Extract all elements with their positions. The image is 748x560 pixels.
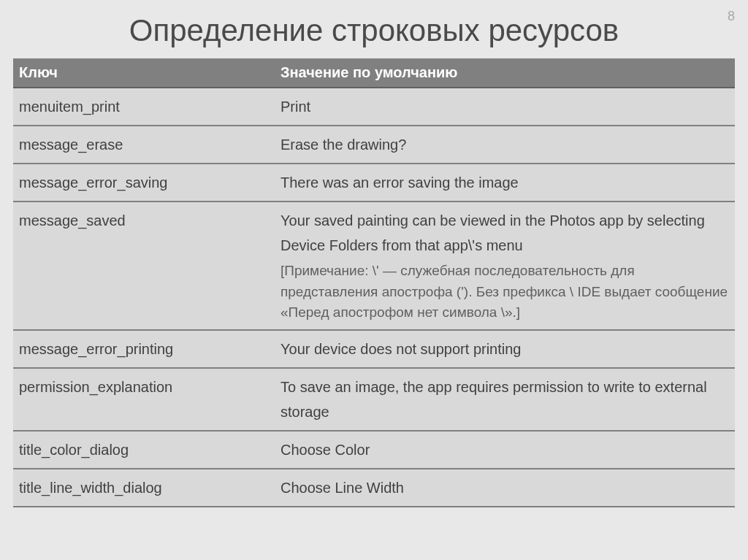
table-row: permission_explanation To save an image,…	[13, 368, 735, 431]
string-resources-table: Ключ Значение по умолчанию menuitem_prin…	[13, 58, 735, 507]
cell-key: message_error_saving	[13, 164, 275, 202]
page-title: Определение строковых ресурсов	[0, 0, 748, 58]
table-row: menuitem_print Print	[13, 88, 735, 126]
cell-value-text: Your saved painting can be viewed in the…	[280, 212, 705, 253]
cell-key: title_line_width_dialog	[13, 469, 275, 507]
cell-key: permission_explanation	[13, 368, 275, 431]
cell-value: Erase the drawing?	[275, 126, 735, 164]
cell-value: Choose Line Width	[275, 469, 735, 507]
cell-key: title_color_dialog	[13, 431, 275, 469]
cell-key: message_erase	[13, 126, 275, 164]
cell-value: Choose Color	[275, 431, 735, 469]
page-number: 8	[728, 9, 735, 24]
table-row: title_line_width_dialog Choose Line Widt…	[13, 469, 735, 507]
table-row: message_error_saving There was an error …	[13, 164, 735, 202]
header-value: Значение по умолчанию	[275, 58, 735, 88]
cell-key: message_error_printing	[13, 330, 275, 368]
cell-value: There was an error saving the image	[275, 164, 735, 202]
cell-note: [Примечание: \' — служебная последовател…	[280, 261, 729, 323]
cell-value: Your device does not support printing	[275, 330, 735, 368]
table-row: message_saved Your saved painting can be…	[13, 202, 735, 330]
table-row: title_color_dialog Choose Color	[13, 431, 735, 469]
header-key: Ключ	[13, 58, 275, 88]
table-row: message_erase Erase the drawing?	[13, 126, 735, 164]
cell-value: To save an image, the app requires permi…	[275, 368, 735, 431]
table-row: message_error_printing Your device does …	[13, 330, 735, 368]
cell-key: menuitem_print	[13, 88, 275, 126]
cell-value: Print	[275, 88, 735, 126]
cell-key: message_saved	[13, 202, 275, 330]
table-header-row: Ключ Значение по умолчанию	[13, 58, 735, 88]
cell-value: Your saved painting can be viewed in the…	[275, 202, 735, 330]
